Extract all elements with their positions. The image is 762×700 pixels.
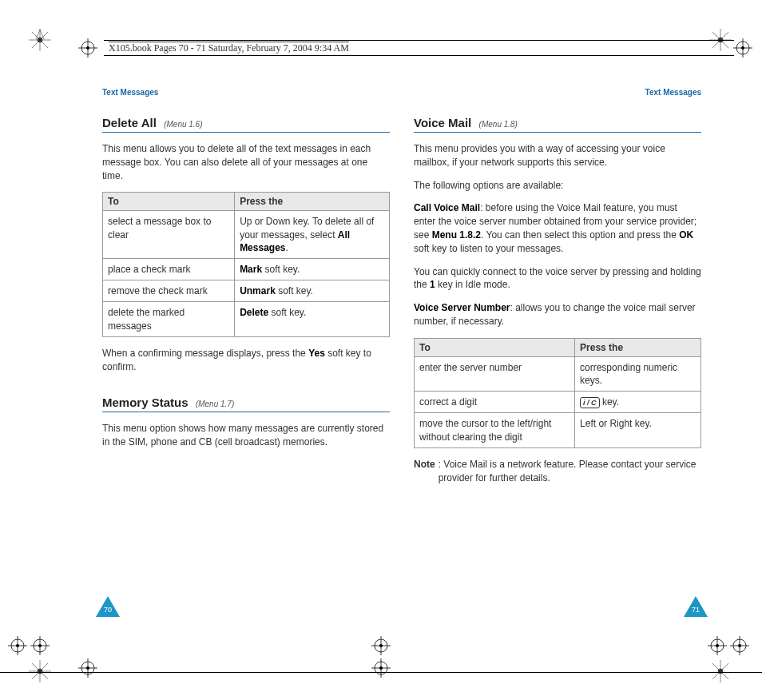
cell-to: delete the marked messages (103, 302, 235, 336)
table-row: enter the server number corresponding nu… (415, 356, 701, 391)
header-text: X105.book Pages 70 - 71 Saturday, Februa… (109, 42, 349, 54)
cell-to: move the cursor to the left/right withou… (415, 413, 575, 447)
confirm-text: When a confirming message displays, pres… (102, 347, 390, 374)
cell-to: enter the server number (415, 356, 575, 391)
cell-to: correct a digit (415, 392, 575, 413)
crosshair-icon (708, 636, 732, 660)
table-row: delete the marked messages Delete soft k… (103, 302, 390, 336)
page-number: 70 (96, 606, 120, 614)
delete-all-table: To Press the select a message box to cle… (102, 192, 390, 336)
intro-text: This menu allows you to delete all of th… (102, 142, 390, 182)
cell-to: remove the check mark (103, 280, 235, 302)
memory-status-body: This menu option shows how many messages… (102, 422, 390, 449)
table-row: select a message box to clear Up or Down… (103, 211, 390, 259)
call-voice-mail-para: Call Voice Mail: before using the Voice … (414, 201, 701, 255)
chapter-label: Text Messages (414, 88, 701, 97)
voice-mail-intro: This menu provides you with a way of acc… (414, 142, 701, 169)
table-row: correct a digit i / C key. (415, 392, 701, 413)
section-heading-memory-status: Memory Status (Menu 1.7) (102, 396, 390, 412)
crosshair-icon (371, 658, 395, 682)
page-number: 71 (684, 606, 708, 614)
crosshair-icon (78, 658, 102, 682)
book-header-bar: X105.book Pages 70 - 71 Saturday, Februa… (104, 40, 734, 56)
menu-tag: (Menu 1.8) (479, 120, 518, 129)
section-heading-voice-mail: Voice Mail (Menu 1.8) (414, 116, 701, 133)
table-row: remove the check mark Unmark soft key. (103, 280, 390, 302)
options-line: The following options are available: (414, 179, 701, 193)
chapter-label: Text Messages (102, 88, 390, 97)
bottom-rule (0, 672, 762, 673)
cell-press: Unmark soft key. (235, 280, 390, 302)
cell-press: Up or Down key. To delete all of your me… (235, 211, 390, 259)
table-head-to: To (415, 338, 575, 356)
cell-to: select a message box to clear (103, 211, 235, 259)
heading-title: Memory Status (102, 396, 189, 409)
page-right: Text Messages Voice Mail (Menu 1.8) This… (414, 88, 701, 647)
crosshair-icon (8, 636, 32, 660)
cancel-key-icon: i / C (580, 397, 600, 408)
menu-tag: (Menu 1.7) (196, 400, 234, 408)
crosshair-icon (30, 636, 54, 660)
table-head-press: Press the (575, 338, 701, 356)
cell-press: i / C key. (575, 392, 701, 413)
note-text: : Voice Mail is a network feature. Pleas… (439, 458, 701, 485)
cell-press: corresponding numeric keys. (575, 356, 701, 391)
table-head-to: To (103, 193, 235, 211)
quick-connect-para: You can quickly connect to the voice ser… (414, 265, 701, 292)
reg-star-icon (29, 29, 53, 53)
menu-tag: (Menu 1.6) (164, 120, 202, 129)
heading-title: Delete All (102, 116, 157, 129)
table-head-press: Press the (235, 193, 390, 211)
cell-to: place a check mark (103, 258, 235, 280)
table-row: place a check mark Mark soft key. (103, 258, 390, 280)
crosshair-icon (78, 38, 102, 62)
cell-press: Delete soft key. (235, 302, 390, 336)
page-left: Text Messages Delete All (Menu 1.6) This… (102, 88, 390, 647)
crosshair-icon (730, 636, 754, 660)
crosshair-icon (733, 38, 757, 62)
note-label: Note (414, 458, 435, 485)
cell-press: Mark soft key. (235, 258, 390, 280)
section-heading-delete-all: Delete All (Menu 1.6) (102, 116, 390, 133)
cell-press: Left or Right key. (575, 413, 701, 447)
table-row: move the cursor to the left/right withou… (415, 413, 701, 447)
voice-server-number-para: Voice Server Number: allows you to chang… (414, 301, 701, 328)
heading-title: Voice Mail (414, 116, 471, 129)
voice-mail-table: To Press the enter the server number cor… (414, 338, 701, 448)
note-block: Note : Voice Mail is a network feature. … (414, 458, 701, 485)
